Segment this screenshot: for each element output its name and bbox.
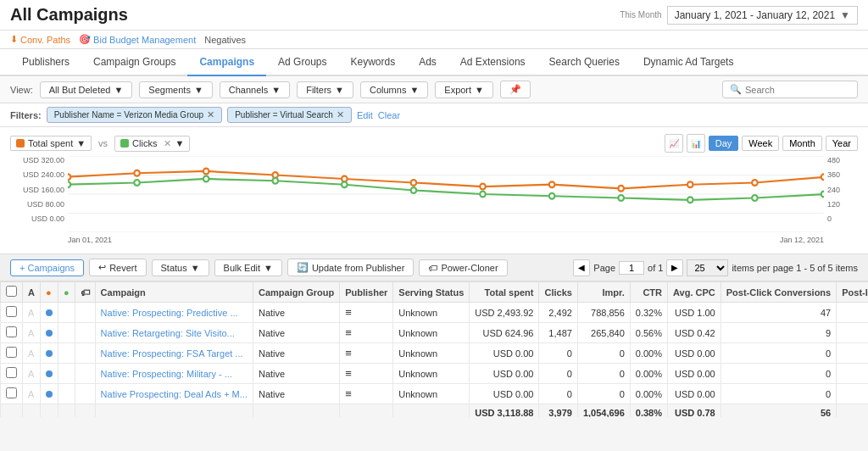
filter-edit-link[interactable]: Edit — [357, 110, 373, 120]
bid-budget-link[interactable]: 🎯 Bid Budget Management — [79, 34, 196, 45]
filter-clear-link[interactable]: Clear — [378, 110, 400, 120]
row-campaign[interactable]: Native Prospecting: Deal Ads + M... — [95, 384, 253, 404]
row-checkbox[interactable] — [1, 364, 23, 384]
row-cpc: USD 1.00 — [668, 303, 721, 323]
row-checkbox[interactable] — [1, 343, 23, 364]
row-status-dot[interactable] — [40, 364, 58, 384]
filters-btn[interactable]: Filters ▼ — [297, 81, 353, 98]
next-page-btn[interactable]: ▶ — [666, 259, 683, 276]
row-publisher[interactable]: ≡ — [340, 364, 393, 384]
row-campaign[interactable]: Native: Retargeting: Site Visito... — [95, 323, 253, 343]
status-btn[interactable]: Status ▼ — [152, 259, 209, 276]
period-month-btn[interactable]: Month — [782, 136, 822, 151]
row-post-impr: 0 — [837, 343, 868, 364]
row-status-dot[interactable] — [40, 303, 58, 323]
row-publisher[interactable]: ≡ — [340, 343, 393, 364]
revert-btn[interactable]: ↩ Revert — [89, 259, 146, 276]
row-impr: 265,840 — [577, 323, 630, 343]
row-ctr: 0.32% — [630, 303, 667, 323]
remove-metric-icon[interactable]: ✕ — [164, 138, 171, 149]
pin-btn[interactable]: 📌 — [500, 81, 531, 98]
svg-point-27 — [752, 195, 758, 201]
row-status-dot[interactable] — [40, 323, 58, 343]
th-campaign[interactable]: Campaign — [95, 282, 253, 303]
row-green-dot — [58, 384, 75, 404]
svg-point-18 — [134, 180, 140, 186]
period-year-btn[interactable]: Year — [826, 136, 858, 151]
tab-ads[interactable]: Ads — [407, 49, 448, 76]
row-campaign[interactable]: Native: Prospecting: FSA Target ... — [95, 343, 253, 364]
tab-campaigns[interactable]: Campaigns — [187, 49, 266, 76]
row-status-dot[interactable] — [40, 343, 58, 364]
metric2-selector[interactable]: Clicks ✕ ▼ — [114, 136, 190, 152]
th-post-impr[interactable]: Post-Impression Conversions — [837, 282, 868, 303]
prev-page-btn[interactable]: ◀ — [573, 259, 590, 276]
th-campaign-group[interactable]: Campaign Group — [253, 282, 339, 303]
row-cpc: USD 0.00 — [668, 343, 721, 364]
total-clicks: 3,979 — [539, 404, 577, 418]
search-input[interactable] — [745, 85, 855, 95]
period-day-btn[interactable]: Day — [709, 136, 739, 151]
bulk-edit-btn[interactable]: Bulk Edit ▼ — [214, 259, 282, 276]
filter-tag-virtual-search[interactable]: Publisher = Virtual Search ✕ — [227, 107, 352, 123]
page-label: Page — [593, 263, 615, 273]
th-avg-cpc[interactable]: Avg. CPC — [668, 282, 721, 303]
chart-line-icon[interactable]: 📈 — [665, 134, 683, 153]
power-cloner-btn[interactable]: 🏷 Power-Cloner — [419, 259, 507, 276]
row-tag — [75, 384, 95, 404]
th-post-click[interactable]: Post-Click Conversions — [721, 282, 836, 303]
row-checkbox[interactable] — [1, 303, 23, 323]
th-publisher[interactable]: Publisher — [340, 282, 393, 303]
search-icon: 🔍 — [730, 84, 742, 95]
row-checkbox[interactable] — [1, 384, 23, 404]
filter-tag-verizon[interactable]: Publisher Name = Verizon Media Group ✕ — [47, 107, 222, 123]
per-page-select[interactable]: 25 50 100 — [687, 259, 728, 276]
row-status-dot[interactable] — [40, 384, 58, 404]
segments-btn[interactable]: Segments ▼ — [139, 81, 212, 98]
export-btn[interactable]: Export ▼ — [435, 81, 493, 98]
add-campaigns-btn[interactable]: + Campaigns — [10, 259, 84, 276]
th-total-spent[interactable]: Total spent — [470, 282, 539, 303]
row-clicks: 2,492 — [539, 303, 577, 323]
chart-left-date: Jan 01, 2021 — [68, 236, 112, 244]
row-publisher[interactable]: ≡ — [340, 303, 393, 323]
row-campaign[interactable]: Native: Prospecting: Predictive ... — [95, 303, 253, 323]
tab-publishers[interactable]: Publishers — [10, 49, 81, 76]
tab-keywords[interactable]: Keywords — [338, 49, 407, 76]
row-campaign[interactable]: Native: Prospecting: Military - ... — [95, 364, 253, 384]
channels-btn[interactable]: Channels ▼ — [220, 81, 290, 98]
metric1-selector[interactable]: Total spent ▼ — [10, 136, 92, 151]
row-checkbox[interactable] — [1, 323, 23, 343]
row-publisher[interactable]: ≡ — [340, 323, 393, 343]
date-range-picker[interactable]: January 1, 2021 - January 12, 2021 ▼ — [667, 6, 858, 25]
row-green-dot — [58, 364, 75, 384]
view-selector[interactable]: All But Deleted ▼ — [40, 81, 133, 98]
th-ctr[interactable]: CTR — [630, 282, 667, 303]
row-group: Native — [253, 323, 339, 343]
row-tag — [75, 303, 95, 323]
columns-btn[interactable]: Columns ▼ — [360, 81, 428, 98]
th-impr[interactable]: Impr. — [577, 282, 630, 303]
remove-filter-icon[interactable]: ✕ — [207, 109, 214, 120]
tab-ad-extensions[interactable]: Ad Extensions — [448, 49, 537, 76]
tab-ad-groups[interactable]: Ad Groups — [266, 49, 338, 76]
th-clicks[interactable]: Clicks — [539, 282, 577, 303]
chart-bar-icon[interactable]: 📊 — [687, 134, 705, 153]
row-green-dot — [58, 303, 75, 323]
conv-paths-link[interactable]: ⬇ Conv. Paths — [10, 34, 70, 45]
period-week-btn[interactable]: Week — [742, 136, 779, 151]
select-all-checkbox[interactable] — [6, 286, 17, 297]
row-publisher[interactable]: ≡ — [340, 384, 393, 404]
negatives-link[interactable]: Negatives — [204, 35, 246, 45]
remove-filter-icon[interactable]: ✕ — [337, 109, 344, 120]
th-serving-status[interactable]: Serving Status — [393, 282, 470, 303]
tab-campaign-groups[interactable]: Campaign Groups — [81, 49, 187, 76]
svg-point-5 — [68, 174, 70, 180]
page-number-input[interactable] — [619, 261, 644, 275]
svg-point-12 — [549, 181, 555, 187]
th-icon2: ● — [40, 282, 58, 303]
tab-search-queries[interactable]: Search Queries — [537, 49, 632, 76]
row-tag — [75, 343, 95, 364]
update-publisher-btn[interactable]: 🔄 Update from Publisher — [287, 259, 414, 276]
tab-dynamic-ad-targets[interactable]: Dynamic Ad Targets — [632, 49, 746, 76]
